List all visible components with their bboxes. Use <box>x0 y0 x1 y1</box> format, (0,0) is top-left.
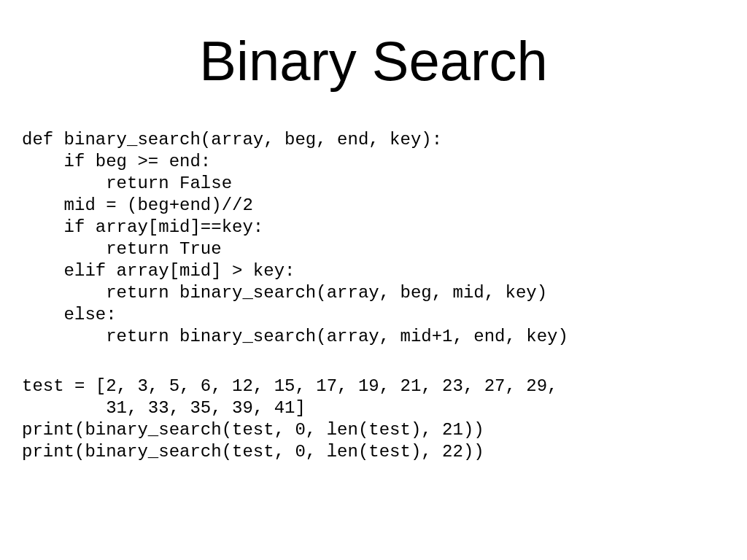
code-line: return True <box>22 239 222 259</box>
code-line: print(binary_search(test, 0, len(test), … <box>22 420 484 440</box>
code-block-test: test = [2, 3, 5, 6, 12, 15, 17, 19, 21, … <box>15 376 732 463</box>
code-line: return binary_search(array, mid+1, end, … <box>22 327 568 346</box>
code-line: 31, 33, 35, 39, 41] <box>22 398 306 418</box>
code-line: def binary_search(array, beg, end, key): <box>22 130 442 149</box>
slide-container: Binary Search def binary_search(array, b… <box>0 0 747 560</box>
code-line: print(binary_search(test, 0, len(test), … <box>22 442 484 462</box>
code-line: test = [2, 3, 5, 6, 12, 15, 17, 19, 21, … <box>22 376 558 396</box>
code-line: if beg >= end: <box>22 152 211 171</box>
code-line: return False <box>22 174 232 193</box>
code-line: if array[mid]==key: <box>22 217 263 237</box>
code-line: return binary_search(array, beg, mid, ke… <box>22 283 547 303</box>
code-line: else: <box>22 305 117 324</box>
code-block-function: def binary_search(array, beg, end, key):… <box>15 129 732 348</box>
slide-title: Binary Search <box>15 29 732 93</box>
code-line: elif array[mid] > key: <box>22 261 295 281</box>
code-line: mid = (beg+end)//2 <box>22 195 253 215</box>
